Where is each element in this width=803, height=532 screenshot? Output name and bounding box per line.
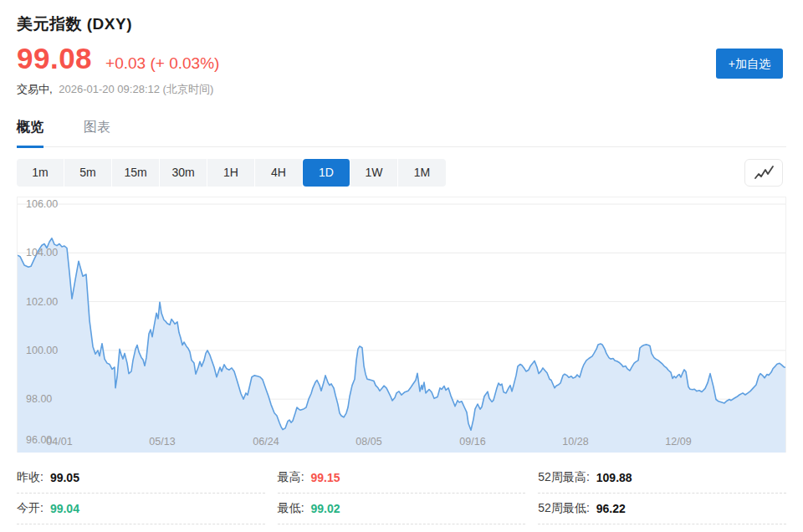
stat-row: 今开:99.04 <box>17 494 265 524</box>
timeframe-button-1W[interactable]: 1W <box>350 159 398 187</box>
chart-area-fill <box>18 238 785 453</box>
stat-row: 52周最高:109.88 <box>538 463 786 494</box>
timeframe-button-30m[interactable]: 30m <box>160 159 207 187</box>
price-chart-svg: 106.00104.00102.00100.0098.0096.0004/010… <box>18 197 785 453</box>
stat-column: 昨收:99.05今开:99.04 <box>17 463 265 524</box>
y-axis-label: 106.00 <box>26 198 58 210</box>
tab-bar: 概览 图表 <box>17 119 786 147</box>
y-axis-label: 102.00 <box>26 296 58 308</box>
stat-value: 99.15 <box>311 471 340 484</box>
x-axis-label: 05/13 <box>149 436 175 448</box>
stat-value: 99.05 <box>50 471 79 484</box>
price-change: +0.03 (+ 0.03%) <box>105 54 219 73</box>
stat-label: 52周最高: <box>538 470 589 485</box>
stat-value: 109.88 <box>596 471 632 484</box>
stat-label: 最低: <box>278 501 304 516</box>
x-axis-label: 10/28 <box>562 436 588 448</box>
timeframe-button-1D[interactable]: 1D <box>303 159 350 187</box>
stat-row: 最低:99.02 <box>278 494 526 524</box>
x-axis-label: 12/09 <box>665 436 691 448</box>
timeframe-button-15m[interactable]: 15m <box>112 159 160 187</box>
x-axis-label: 09/16 <box>459 436 485 448</box>
y-axis-label: 104.00 <box>26 247 58 258</box>
add-watchlist-button[interactable]: +加自选 <box>716 49 783 79</box>
stat-value: 96.22 <box>596 502 626 515</box>
stat-value: 99.04 <box>50 502 79 515</box>
stat-row: 最高:99.15 <box>278 463 526 494</box>
stats-section: 昨收:99.05今开:99.04最高:99.15最低:99.0252周最高:10… <box>17 463 786 524</box>
timeframe-bar: 1m5m15m30m1H4H1D1W1M <box>17 159 446 187</box>
y-axis-label: 100.00 <box>26 345 58 356</box>
x-axis-label: 04/01 <box>46 436 72 448</box>
stat-column: 52周最高:109.8852周最低:96.22 <box>538 463 786 524</box>
trading-status: 交易中, <box>17 83 53 95</box>
x-axis-label: 08/05 <box>355 436 381 448</box>
stat-label: 昨收: <box>17 470 43 485</box>
line-chart-icon <box>752 165 775 182</box>
page-root: 美元指数 (DXY) 99.08 +0.03 (+ 0.03%) 交易中, 20… <box>0 0 803 532</box>
stat-value: 99.02 <box>311 502 340 515</box>
current-price: 99.08 <box>17 42 92 75</box>
timeframe-button-1H[interactable]: 1H <box>207 159 255 187</box>
stat-row: 52周最低:96.22 <box>538 494 786 524</box>
status-timestamp: 2026-01-20 09:28:12 (北京时间) <box>59 83 213 95</box>
stat-row: 昨收:99.05 <box>17 463 265 494</box>
stat-label: 52周最低: <box>538 501 589 516</box>
timeframe-button-1M[interactable]: 1M <box>398 159 446 187</box>
timeframe-button-4H[interactable]: 4H <box>255 159 303 187</box>
price-row: 99.08 +0.03 (+ 0.03%) <box>17 42 786 75</box>
timeframe-row: 1m5m15m30m1H4H1D1W1M <box>17 159 786 187</box>
tab-overview[interactable]: 概览 <box>17 119 43 148</box>
stat-column: 最高:99.15最低:99.02 <box>278 463 526 524</box>
y-axis-label: 98.00 <box>26 393 52 405</box>
tab-chart[interactable]: 图表 <box>84 119 110 146</box>
timeframe-button-1m[interactable]: 1m <box>17 159 64 187</box>
chart-type-button[interactable] <box>744 159 783 187</box>
stat-label: 最高: <box>278 470 304 485</box>
trading-status-row: 交易中, 2026-01-20 09:28:12 (北京时间) <box>17 82 786 97</box>
page-title: 美元指数 (DXY) <box>17 13 786 35</box>
timeframe-button-5m[interactable]: 5m <box>64 159 112 187</box>
x-axis-label: 06/24 <box>253 436 279 448</box>
stat-label: 今开: <box>17 501 43 516</box>
price-chart[interactable]: 106.00104.00102.00100.0098.0096.0004/010… <box>17 197 786 453</box>
